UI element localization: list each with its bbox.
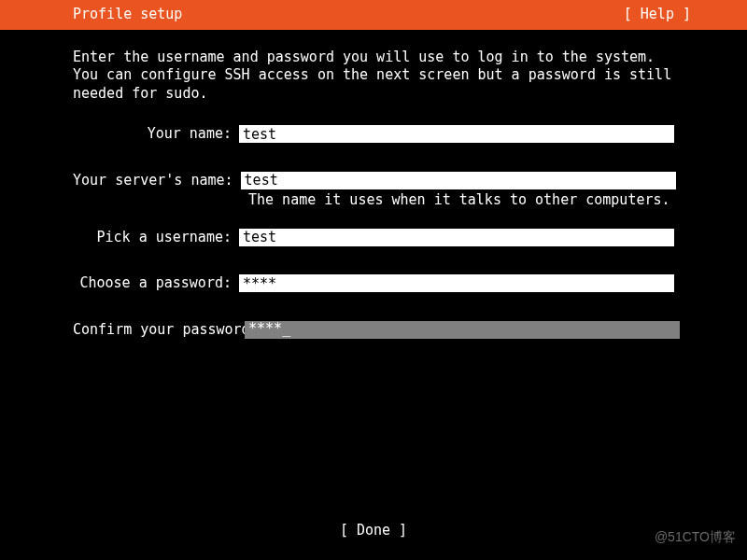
label-username: Pick a username: [73,229,239,247]
input-server-name[interactable] [241,172,676,189]
done-button[interactable]: [ Done ] [340,522,407,539]
confirm-password-value: **** [248,320,282,339]
input-password[interactable] [239,274,674,292]
watermark: @51CTO博客 [655,528,736,545]
title-bar: Profile setup [ Help ] [0,0,747,30]
row-username: Pick a username: [73,229,674,247]
label-your-name: Your name: [73,125,239,144]
label-confirm-password: Confirm your password: [73,321,245,340]
input-username[interactable] [239,229,674,246]
row-confirm-password: Confirm your password: **** [73,321,674,340]
main-content: Enter the username and password you will… [0,30,747,340]
hint-server-name: The name it uses when it talks to other … [245,191,670,210]
page-title: Profile setup [0,6,182,24]
row-password: Choose a password: [73,274,674,293]
input-your-name[interactable] [239,125,674,143]
row-server-name: Your server's name: [73,172,674,190]
intro-text: Enter the username and password you will… [73,49,674,104]
footer: [ Done ] [0,522,747,540]
hint-row-server: The name it uses when it talks to other … [73,191,674,210]
input-confirm-password[interactable]: **** [245,321,680,339]
label-server-name: Your server's name: [73,172,241,190]
help-button[interactable]: [ Help ] [624,6,747,24]
label-password: Choose a password: [73,274,239,293]
row-your-name: Your name: [73,125,674,144]
